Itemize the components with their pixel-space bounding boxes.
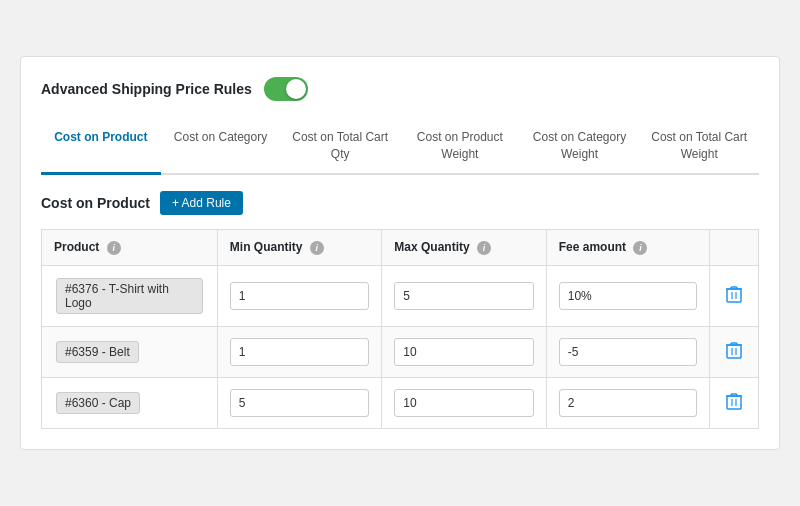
col-header-fee-amount: Fee amount i xyxy=(546,230,709,266)
main-container: Advanced Shipping Price Rules Cost on Pr… xyxy=(20,56,780,451)
col-header-min-quantity: Min Quantity i xyxy=(217,230,381,266)
add-rule-button[interactable]: + Add Rule xyxy=(160,191,243,215)
delete-row-button[interactable] xyxy=(722,337,746,367)
col-header-actions xyxy=(710,230,759,266)
min-quantity-input[interactable] xyxy=(230,338,369,366)
section-header: Cost on Product + Add Rule xyxy=(41,191,759,215)
min-quantity-info-icon: i xyxy=(310,241,324,255)
product-info-icon: i xyxy=(107,241,121,255)
fee-amount-input[interactable] xyxy=(559,338,697,366)
page-header: Advanced Shipping Price Rules xyxy=(41,77,759,101)
table-row: #6360 - Cap xyxy=(42,378,759,429)
table-row: #6376 - T-Shirt with Logo xyxy=(42,266,759,327)
max-quantity-input[interactable] xyxy=(394,338,533,366)
table-header-row: Product i Min Quantity i Max Quantity i … xyxy=(42,230,759,266)
tab-cost-on-category-weight[interactable]: Cost on Category Weight xyxy=(520,119,640,176)
svg-rect-8 xyxy=(727,396,741,409)
enable-toggle[interactable] xyxy=(264,77,308,101)
max-quantity-input[interactable] xyxy=(394,282,533,310)
fee-amount-cell xyxy=(546,327,709,378)
tab-cost-on-total-cart-weight[interactable]: Cost on Total Cart Weight xyxy=(639,119,759,176)
page-title: Advanced Shipping Price Rules xyxy=(41,81,252,97)
product-tag: #6359 - Belt xyxy=(56,341,139,363)
min-quantity-input[interactable] xyxy=(230,389,369,417)
product-tag: #6360 - Cap xyxy=(56,392,140,414)
col-header-product: Product i xyxy=(42,230,218,266)
max-quantity-cell xyxy=(382,378,546,429)
delete-row-button[interactable] xyxy=(722,388,746,418)
svg-rect-4 xyxy=(727,345,741,358)
max-quantity-cell xyxy=(382,266,546,327)
svg-rect-0 xyxy=(727,289,741,302)
delete-cell xyxy=(710,378,759,429)
toggle-thumb xyxy=(286,79,306,99)
tab-bar: Cost on Product Cost on Category Cost on… xyxy=(41,119,759,176)
rules-table: Product i Min Quantity i Max Quantity i … xyxy=(41,229,759,429)
fee-amount-input[interactable] xyxy=(559,282,697,310)
fee-amount-cell xyxy=(546,266,709,327)
min-quantity-cell xyxy=(217,327,381,378)
product-tag: #6376 - T-Shirt with Logo xyxy=(56,278,203,314)
tab-cost-on-category[interactable]: Cost on Category xyxy=(161,119,281,176)
delete-cell xyxy=(710,266,759,327)
max-quantity-cell xyxy=(382,327,546,378)
tab-cost-on-product[interactable]: Cost on Product xyxy=(41,119,161,176)
tab-cost-on-total-cart-qty[interactable]: Cost on Total Cart Qty xyxy=(280,119,400,176)
min-quantity-cell xyxy=(217,378,381,429)
fee-amount-cell xyxy=(546,378,709,429)
col-header-max-quantity: Max Quantity i xyxy=(382,230,546,266)
product-cell: #6360 - Cap xyxy=(42,378,218,429)
section-title: Cost on Product xyxy=(41,195,150,211)
max-quantity-info-icon: i xyxy=(477,241,491,255)
min-quantity-input[interactable] xyxy=(230,282,369,310)
product-cell: #6359 - Belt xyxy=(42,327,218,378)
table-row: #6359 - Belt xyxy=(42,327,759,378)
product-cell: #6376 - T-Shirt with Logo xyxy=(42,266,218,327)
fee-amount-input[interactable] xyxy=(559,389,697,417)
tab-cost-on-product-weight[interactable]: Cost on Product Weight xyxy=(400,119,520,176)
delete-cell xyxy=(710,327,759,378)
delete-row-button[interactable] xyxy=(722,281,746,311)
max-quantity-input[interactable] xyxy=(394,389,533,417)
min-quantity-cell xyxy=(217,266,381,327)
fee-amount-info-icon: i xyxy=(633,241,647,255)
